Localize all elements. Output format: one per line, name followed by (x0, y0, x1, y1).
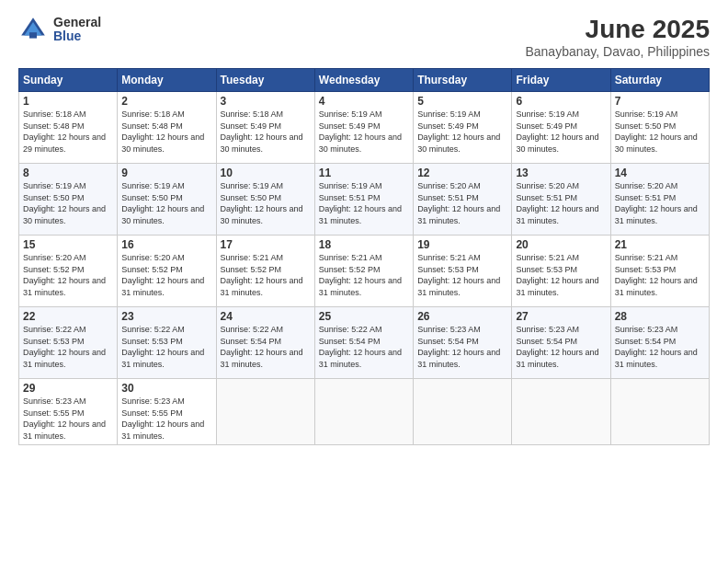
day-number: 2 (121, 95, 211, 108)
calendar-cell: 26 Sunrise: 5:23 AMSunset: 5:54 PMDaylig… (414, 307, 512, 379)
calendar-cell (512, 379, 610, 445)
logo: General Blue (18, 15, 101, 44)
day-info: Sunrise: 5:21 AMSunset: 5:52 PMDaylight:… (221, 252, 311, 298)
day-number: 15 (23, 238, 113, 251)
day-info: Sunrise: 5:19 AMSunset: 5:50 PMDaylight:… (615, 109, 705, 155)
col-friday: Friday (512, 69, 610, 92)
calendar-cell: 24 Sunrise: 5:22 AMSunset: 5:54 PMDaylig… (216, 307, 314, 379)
day-number: 10 (221, 167, 311, 179)
col-monday: Monday (118, 69, 216, 92)
day-info: Sunrise: 5:20 AMSunset: 5:52 PMDaylight:… (23, 252, 113, 298)
day-number: 27 (516, 310, 606, 323)
day-number: 28 (615, 310, 705, 323)
day-number: 6 (516, 95, 606, 108)
day-info: Sunrise: 5:20 AMSunset: 5:51 PMDaylight:… (615, 180, 705, 226)
day-number: 21 (615, 238, 705, 251)
calendar-cell: 22 Sunrise: 5:22 AMSunset: 5:53 PMDaylig… (19, 307, 118, 379)
logo-blue: Blue (53, 29, 101, 43)
calendar-cell: 25 Sunrise: 5:22 AMSunset: 5:54 PMDaylig… (314, 307, 413, 379)
day-number: 1 (23, 95, 113, 108)
calendar-cell: 30 Sunrise: 5:23 AMSunset: 5:55 PMDaylig… (118, 379, 216, 445)
calendar-cell: 18 Sunrise: 5:21 AMSunset: 5:52 PMDaylig… (314, 236, 413, 307)
day-info: Sunrise: 5:19 AMSunset: 5:50 PMDaylight:… (221, 180, 311, 226)
day-number: 22 (23, 310, 113, 323)
day-number: 26 (417, 310, 507, 323)
title-block: June 2025 Banaybanay, Davao, Philippines (525, 15, 710, 59)
day-number: 20 (516, 238, 606, 251)
day-number: 24 (221, 310, 311, 323)
day-info: Sunrise: 5:23 AMSunset: 5:54 PMDaylight:… (417, 324, 507, 370)
calendar-cell: 2 Sunrise: 5:18 AMSunset: 5:48 PMDayligh… (118, 92, 216, 164)
day-info: Sunrise: 5:20 AMSunset: 5:52 PMDaylight:… (121, 252, 211, 298)
header: General Blue June 2025 Banaybanay, Davao… (18, 15, 710, 59)
day-info: Sunrise: 5:19 AMSunset: 5:49 PMDaylight:… (417, 109, 507, 155)
col-sunday: Sunday (19, 69, 118, 92)
day-info: Sunrise: 5:22 AMSunset: 5:54 PMDaylight:… (221, 324, 311, 370)
calendar-cell: 7 Sunrise: 5:19 AMSunset: 5:50 PMDayligh… (610, 92, 709, 164)
day-number: 3 (221, 95, 311, 108)
day-info: Sunrise: 5:18 AMSunset: 5:48 PMDaylight:… (23, 109, 113, 155)
day-info: Sunrise: 5:22 AMSunset: 5:53 PMDaylight:… (23, 324, 113, 370)
day-number: 12 (417, 167, 507, 179)
calendar-cell: 29 Sunrise: 5:23 AMSunset: 5:55 PMDaylig… (19, 379, 118, 445)
day-info: Sunrise: 5:23 AMSunset: 5:55 PMDaylight:… (23, 396, 113, 442)
calendar-cell: 5 Sunrise: 5:19 AMSunset: 5:49 PMDayligh… (414, 92, 512, 164)
day-number: 17 (221, 238, 311, 251)
calendar-cell (610, 379, 709, 445)
calendar-cell: 23 Sunrise: 5:22 AMSunset: 5:53 PMDaylig… (118, 307, 216, 379)
day-number: 8 (23, 167, 113, 179)
calendar-cell: 14 Sunrise: 5:20 AMSunset: 5:51 PMDaylig… (610, 164, 709, 236)
calendar-cell: 17 Sunrise: 5:21 AMSunset: 5:52 PMDaylig… (216, 236, 314, 307)
calendar-cell: 16 Sunrise: 5:20 AMSunset: 5:52 PMDaylig… (118, 236, 216, 307)
calendar-week-1: 1 Sunrise: 5:18 AMSunset: 5:48 PMDayligh… (19, 92, 710, 164)
calendar-cell: 11 Sunrise: 5:19 AMSunset: 5:51 PMDaylig… (314, 164, 413, 236)
day-info: Sunrise: 5:19 AMSunset: 5:49 PMDaylight:… (516, 109, 606, 155)
day-info: Sunrise: 5:21 AMSunset: 5:53 PMDaylight:… (615, 252, 705, 298)
day-number: 25 (319, 310, 409, 323)
day-info: Sunrise: 5:19 AMSunset: 5:50 PMDaylight:… (121, 180, 211, 226)
day-number: 4 (319, 95, 409, 108)
day-number: 16 (121, 238, 211, 251)
col-wednesday: Wednesday (314, 69, 413, 92)
calendar-cell: 15 Sunrise: 5:20 AMSunset: 5:52 PMDaylig… (19, 236, 118, 307)
header-row: Sunday Monday Tuesday Wednesday Thursday… (19, 69, 710, 92)
calendar-cell: 28 Sunrise: 5:23 AMSunset: 5:54 PMDaylig… (610, 307, 709, 379)
logo-text: General Blue (53, 16, 101, 44)
calendar-cell: 6 Sunrise: 5:19 AMSunset: 5:49 PMDayligh… (512, 92, 610, 164)
day-info: Sunrise: 5:21 AMSunset: 5:53 PMDaylight:… (417, 252, 507, 298)
day-info: Sunrise: 5:20 AMSunset: 5:51 PMDaylight:… (417, 180, 507, 226)
page: General Blue June 2025 Banaybanay, Davao… (0, 0, 728, 563)
col-saturday: Saturday (610, 69, 709, 92)
calendar-cell: 9 Sunrise: 5:19 AMSunset: 5:50 PMDayligh… (118, 164, 216, 236)
calendar-cell: 4 Sunrise: 5:19 AMSunset: 5:49 PMDayligh… (314, 92, 413, 164)
logo-icon (18, 15, 48, 44)
day-info: Sunrise: 5:23 AMSunset: 5:55 PMDaylight:… (121, 396, 211, 442)
day-info: Sunrise: 5:23 AMSunset: 5:54 PMDaylight:… (615, 324, 705, 370)
svg-rect-2 (29, 32, 37, 38)
day-info: Sunrise: 5:21 AMSunset: 5:52 PMDaylight:… (319, 252, 409, 298)
calendar-cell: 20 Sunrise: 5:21 AMSunset: 5:53 PMDaylig… (512, 236, 610, 307)
day-number: 14 (615, 167, 705, 179)
calendar-title: June 2025 (525, 15, 710, 44)
day-number: 7 (615, 95, 705, 108)
day-info: Sunrise: 5:19 AMSunset: 5:49 PMDaylight:… (319, 109, 409, 155)
day-number: 13 (516, 167, 606, 179)
calendar-cell: 8 Sunrise: 5:19 AMSunset: 5:50 PMDayligh… (19, 164, 118, 236)
calendar-cell: 27 Sunrise: 5:23 AMSunset: 5:54 PMDaylig… (512, 307, 610, 379)
col-tuesday: Tuesday (216, 69, 314, 92)
calendar-week-4: 22 Sunrise: 5:22 AMSunset: 5:53 PMDaylig… (19, 307, 710, 379)
calendar-cell: 21 Sunrise: 5:21 AMSunset: 5:53 PMDaylig… (610, 236, 709, 307)
day-number: 19 (417, 238, 507, 251)
day-number: 29 (23, 382, 113, 395)
day-number: 9 (121, 167, 211, 179)
day-info: Sunrise: 5:19 AMSunset: 5:50 PMDaylight:… (23, 180, 113, 226)
day-info: Sunrise: 5:19 AMSunset: 5:51 PMDaylight:… (319, 180, 409, 226)
day-info: Sunrise: 5:22 AMSunset: 5:54 PMDaylight:… (319, 324, 409, 370)
logo-general: General (53, 16, 101, 29)
calendar-table: Sunday Monday Tuesday Wednesday Thursday… (18, 68, 710, 445)
day-info: Sunrise: 5:22 AMSunset: 5:53 PMDaylight:… (121, 324, 211, 370)
calendar-week-5: 29 Sunrise: 5:23 AMSunset: 5:55 PMDaylig… (19, 379, 710, 445)
calendar-cell: 12 Sunrise: 5:20 AMSunset: 5:51 PMDaylig… (414, 164, 512, 236)
day-number: 18 (319, 238, 409, 251)
calendar-cell (314, 379, 413, 445)
